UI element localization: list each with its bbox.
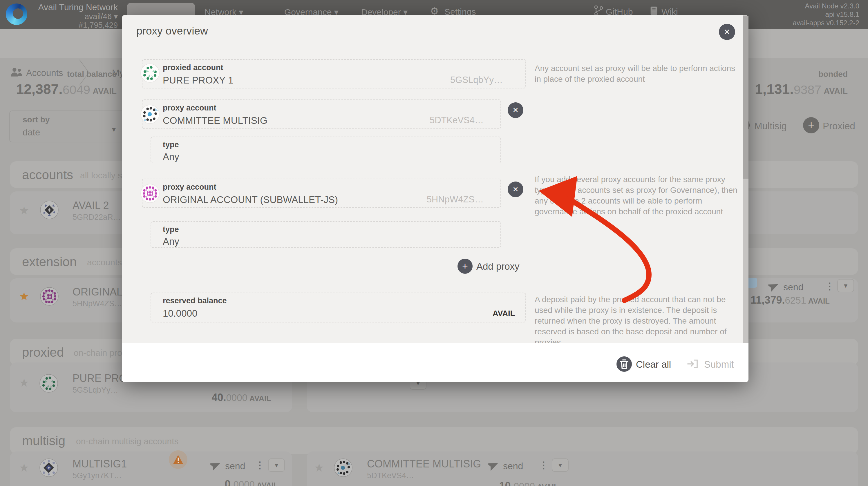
version-info: Avail Node v2.3.0 api v15.8.1 avail-apps… — [754, 2, 859, 27]
screen: Avail Turing Network avail/46 ▾ #1,795,4… — [0, 0, 868, 486]
multisig-button[interactable]: Multisig — [754, 121, 787, 132]
send-button[interactable]: send — [225, 461, 245, 472]
favorite-star-icon[interactable]: ★ — [19, 461, 29, 474]
reserved-balance-unit: AVAIL — [441, 309, 515, 318]
note-reserved-deposit: A deposit paid by the proxied account th… — [535, 294, 738, 348]
proxied-button[interactable]: Proxied — [823, 121, 855, 132]
avail-logo-icon[interactable] — [6, 3, 27, 25]
expand-dropdown-button[interactable]: ▾ — [268, 458, 285, 472]
total-balance-value: 12,387.6049AVAIL — [11, 81, 117, 97]
proxy-overview-modal: proxy overview ✕ proxied account — [122, 15, 748, 382]
identicon-multisig1[interactable] — [39, 458, 58, 477]
favorite-star-icon[interactable]: ★ — [19, 204, 29, 217]
field-label: proxied account — [163, 63, 223, 72]
total-balance-label: total balance — [11, 70, 117, 79]
modal-scrollbar-thumb[interactable] — [743, 16, 748, 179]
git-branch-icon[interactable] — [594, 5, 603, 16]
remove-proxy-icon[interactable]: ✕ — [508, 182, 523, 197]
send-icon[interactable] — [768, 281, 779, 292]
trash-icon[interactable] — [617, 356, 632, 372]
expand-dropdown-button[interactable]: ▾ — [552, 458, 568, 472]
account-balance: 40.0000AVAIL — [166, 391, 271, 403]
identicon-committee-multisig[interactable] — [334, 458, 352, 477]
apps-version: avail-apps v0.152.2-2 — [754, 19, 859, 27]
note-proxied-account: Any account set as proxy will be able to… — [535, 63, 738, 85]
modal-title: proxy overview — [136, 25, 208, 37]
clear-all-button[interactable]: Clear all — [636, 359, 671, 370]
chevron-down-icon: ▾ — [844, 282, 847, 289]
send-icon[interactable] — [210, 460, 221, 471]
chevron-down-icon: ▾ — [558, 461, 562, 469]
sort-by-value: date — [23, 127, 40, 138]
identicon-original-account — [141, 184, 160, 203]
reserved-balance-value: 10.0000 — [163, 308, 197, 319]
proxy-type-field-1[interactable] — [151, 137, 501, 163]
proxied-account-address: 5GSLqbYy… — [383, 75, 503, 85]
menu-dots-icon[interactable]: ⋮ — [825, 281, 834, 292]
identicon-original-account[interactable] — [40, 287, 59, 305]
total-balance: total balance 12,387.6049AVAIL — [11, 70, 117, 97]
expand-dropdown-button[interactable]: ▾ — [837, 279, 854, 292]
add-proxy-icon[interactable]: + — [458, 259, 473, 274]
block-number: #1,795,429 — [29, 21, 118, 30]
submit-button[interactable]: Submit — [704, 359, 734, 370]
sort-by-label: sort by — [23, 115, 50, 124]
close-icon[interactable]: ✕ — [719, 24, 735, 40]
section-title: extension — [22, 255, 76, 269]
account-name[interactable]: AVAIL 2 — [72, 199, 109, 212]
proxy-account-name: COMMITTEE MULTISIG — [163, 115, 268, 126]
account-balance: 0.0000AVAIL — [168, 478, 278, 486]
menu-dots-icon[interactable]: ⋮ — [539, 460, 548, 471]
proxied-account-name: PURE PROXY 1 — [163, 75, 233, 86]
field-label: proxy account — [163, 183, 216, 192]
proxy-account-address: 5HNpW4ZS… — [368, 194, 484, 205]
account-address[interactable]: 5GRD22aR… — [72, 213, 121, 222]
account-address[interactable]: 5Gy1yn7KT… — [72, 471, 122, 480]
proxy-account-name: ORIGINAL ACCOUNT (SUBWALLET-JS) — [163, 194, 338, 205]
sign-in-icon[interactable] — [686, 358, 699, 369]
account-address[interactable]: 5HNpW4ZS… — [72, 299, 122, 308]
send-button[interactable]: send — [503, 461, 523, 472]
book-icon[interactable] — [649, 6, 658, 15]
favorite-star-icon[interactable]: ★ — [19, 377, 29, 389]
modal-footer: Clear all Submit — [122, 343, 748, 382]
send-icon[interactable] — [488, 460, 499, 471]
remove-proxy-icon[interactable]: ✕ — [508, 102, 523, 118]
note-proxy-governance: If you add several proxy accounts for th… — [535, 174, 738, 217]
proxy-account-address: 5DTKeVS4… — [368, 115, 484, 126]
chevron-down-icon: ▾ — [114, 12, 118, 21]
account-row-multisig1: ★ MULTISIG1 5Gy1yn7KT… — [10, 452, 292, 486]
proxy-type-value: Any — [163, 236, 179, 247]
account-address[interactable]: 5GSLqbYy… — [72, 386, 118, 395]
account-name[interactable]: MULTISIG1 — [72, 458, 127, 470]
network-info[interactable]: Avail Turing Network avail/46 ▾ #1,795,4… — [29, 2, 118, 30]
add-proxied-icon[interactable]: + — [803, 117, 819, 133]
chevron-down-icon: ▾ — [275, 461, 278, 469]
menu-dots-icon[interactable]: ⋮ — [255, 460, 265, 471]
bonded-value: 1,131.9387AVAIL — [743, 81, 848, 97]
favorite-star-icon[interactable]: ★ — [314, 461, 324, 474]
send-button[interactable]: send — [783, 282, 803, 293]
chain-spec: avail/46 ▾ — [29, 12, 118, 21]
network-name: Avail Turing Network — [29, 2, 118, 12]
api-version: api v15.8.1 — [754, 10, 859, 19]
section-title: proxied — [22, 345, 64, 360]
favorite-star-icon[interactable]: ★ — [19, 290, 29, 303]
section-title: multisig — [22, 433, 65, 448]
field-label: reserved balance — [163, 296, 227, 305]
sort-by-dropdown[interactable]: sort by date ▾ — [9, 110, 125, 142]
identicon-pure-proxy[interactable] — [39, 374, 58, 393]
bonded-label: bonded — [743, 70, 848, 79]
field-label: proxy account — [163, 103, 216, 112]
section-subtitle: on-chain multisig accounts — [76, 436, 179, 446]
account-name[interactable]: COMMITTEE MULTISIG — [367, 458, 481, 470]
node-version: Avail Node v2.3.0 — [754, 2, 859, 10]
proxy-type-field-2[interactable] — [151, 221, 501, 248]
add-proxy-button[interactable]: Add proxy — [476, 261, 520, 272]
identicon-avail2[interactable] — [40, 201, 59, 219]
identicon-committee-multisig — [141, 105, 160, 124]
warning-icon — [173, 454, 183, 464]
account-address[interactable]: 5DTKeVS4… — [367, 471, 414, 480]
chevron-down-icon: ▾ — [112, 125, 116, 134]
identicon-pure-proxy — [141, 64, 160, 83]
